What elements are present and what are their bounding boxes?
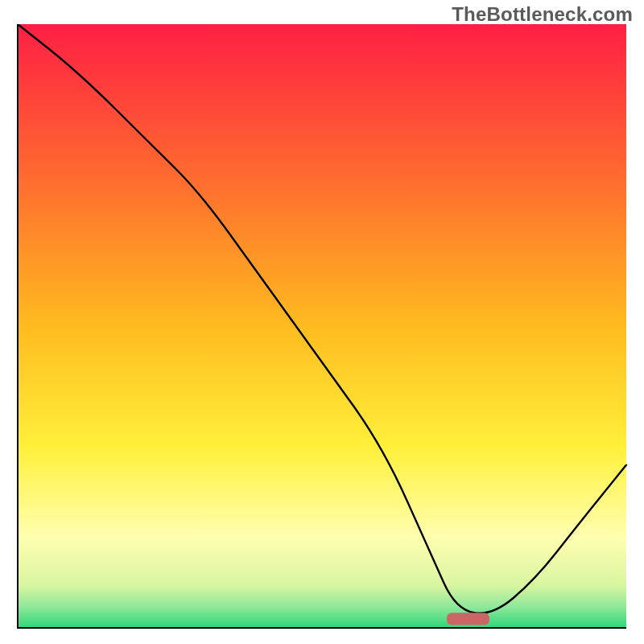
plot-area [16,24,628,630]
gradient-background [18,24,626,628]
chart-svg [16,24,628,630]
optimal-range-marker [447,613,489,625]
chart-container: TheBottleneck.com [0,0,644,644]
watermark-text: TheBottleneck.com [452,3,633,26]
